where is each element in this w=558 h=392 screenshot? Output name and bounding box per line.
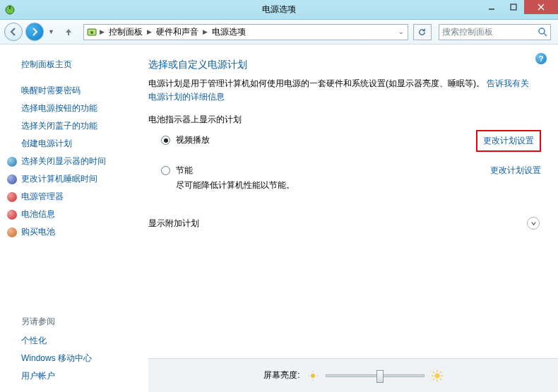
section-plans-on-battery-meter: 电池指示器上显示的计划 xyxy=(148,114,542,126)
shop-icon xyxy=(7,227,17,237)
refresh-button[interactable] xyxy=(413,24,432,40)
see-also-mobility-center[interactable]: Windows 移动中心 xyxy=(21,350,133,367)
sidebar-link-power-button-action[interactable]: 选择电源按钮的功能 xyxy=(21,100,133,117)
up-button[interactable] xyxy=(61,24,76,40)
search-placeholder: 搜索控制面板 xyxy=(442,26,493,38)
plan-name-powersaver: 节能 xyxy=(176,165,490,177)
control-panel-home-link[interactable]: 控制面板主页 xyxy=(21,59,133,71)
chevron-right-icon[interactable]: ▶ xyxy=(203,28,208,35)
brightness-slider[interactable] xyxy=(326,374,425,377)
breadcrumb-power-options[interactable]: 电源选项 xyxy=(210,26,247,38)
sidebar-link-power-manager[interactable]: 电源管理器 xyxy=(7,188,133,206)
window-title: 电源选项 xyxy=(262,4,296,16)
chevron-right-icon[interactable]: ▶ xyxy=(147,28,152,35)
breadcrumb-hardware-sound[interactable]: 硬件和声音 xyxy=(155,26,200,38)
change-plan-settings-video[interactable]: 更改计划设置 xyxy=(476,130,541,152)
sidebar-link-sleep-time[interactable]: 更改计算机睡眠时间 xyxy=(7,170,133,188)
sidebar-link-require-password[interactable]: 唤醒时需要密码 xyxy=(21,82,133,100)
search-icon[interactable] xyxy=(538,27,547,37)
minimize-button[interactable] xyxy=(480,0,502,14)
brightness-thumb[interactable] xyxy=(376,370,384,383)
svg-line-22 xyxy=(440,372,441,373)
sun-bright-icon xyxy=(432,370,443,381)
plan-name-video: 视频播放 xyxy=(176,134,476,146)
plan-radio-powersaver[interactable] xyxy=(161,166,170,175)
maximize-button[interactable] xyxy=(502,0,524,14)
history-dropdown[interactable]: ▼ xyxy=(48,28,54,35)
section-additional-plans: 显示附加计划 xyxy=(148,218,199,230)
battery-icon xyxy=(7,210,17,220)
sidebar-link-close-lid-action[interactable]: 选择关闭盖子的功能 xyxy=(21,117,133,135)
see-also-user-accounts[interactable]: 用户帐户 xyxy=(21,367,133,385)
chevron-right-icon[interactable]: ▶ xyxy=(100,28,105,35)
svg-line-20 xyxy=(433,372,434,373)
forward-button[interactable] xyxy=(25,23,44,41)
sidebar-link-create-plan[interactable]: 创建电源计划 xyxy=(21,135,133,153)
sidebar-link-display-off-time[interactable]: 选择关闭显示器的时间 xyxy=(7,153,133,170)
address-bar[interactable]: ▶ 控制面板 ▶ 硬件和声音 ▶ 电源选项 xyxy=(84,26,395,38)
svg-point-15 xyxy=(434,373,439,378)
page-title: 选择或自定义电源计划 xyxy=(148,59,542,71)
plan-radio-video[interactable] xyxy=(161,136,170,145)
svg-point-10 xyxy=(311,374,315,378)
search-input[interactable]: 搜索控制面板 xyxy=(439,24,551,40)
sun-dim-icon xyxy=(307,370,319,381)
monitor-icon xyxy=(7,157,17,167)
control-panel-icon xyxy=(87,27,97,37)
svg-point-7 xyxy=(90,31,93,34)
svg-rect-3 xyxy=(511,4,516,10)
brightness-label: 屏幕亮度: xyxy=(263,369,299,381)
address-dropdown[interactable]: ⌄ xyxy=(395,28,408,35)
see-also-personalization[interactable]: 个性化 xyxy=(21,332,133,350)
moon-icon xyxy=(7,174,17,184)
breadcrumb-control-panel[interactable]: 控制面板 xyxy=(107,26,144,38)
page-description: 电源计划是用于管理计算机如何使用电源的一套硬件和系统设置(如显示器亮度、睡眠等)… xyxy=(148,77,530,104)
help-icon[interactable]: ? xyxy=(535,53,547,64)
expand-additional-plans[interactable] xyxy=(527,217,540,230)
svg-line-21 xyxy=(440,379,441,380)
see-also-header: 另请参阅 xyxy=(21,316,133,328)
app-icon xyxy=(4,4,16,16)
back-button[interactable] xyxy=(4,23,23,41)
sidebar-link-battery-info[interactable]: 电池信息 xyxy=(7,206,133,223)
power-icon xyxy=(7,192,17,202)
change-plan-settings-powersaver[interactable]: 更改计划设置 xyxy=(490,165,541,177)
svg-line-9 xyxy=(544,33,547,36)
sidebar-link-buy-battery[interactable]: 购买电池 xyxy=(7,223,133,241)
svg-rect-1 xyxy=(9,6,11,9)
plan-note-powersaver: 尽可能降低计算机性能以节能。 xyxy=(176,179,490,191)
close-button[interactable] xyxy=(524,0,558,14)
svg-point-8 xyxy=(539,28,545,34)
svg-line-23 xyxy=(433,379,434,380)
